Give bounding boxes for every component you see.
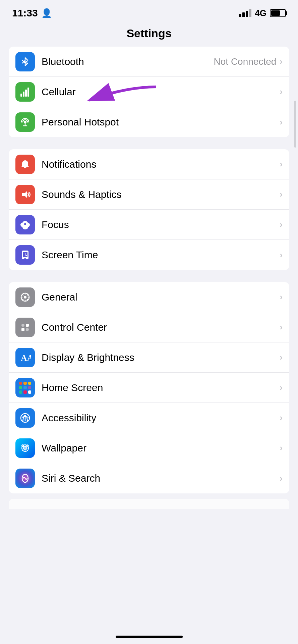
- svg-rect-15: [21, 324, 24, 327]
- svg-rect-0: [20, 94, 22, 97]
- bluetooth-label: Bluetooth: [42, 56, 214, 67]
- settings-row-focus[interactable]: Focus ›: [9, 210, 289, 240]
- home-indicator: [116, 636, 183, 638]
- wallpaper-chevron: ›: [280, 443, 283, 453]
- settings-row-home-screen[interactable]: Home Screen ›: [9, 373, 289, 403]
- general-chevron: ›: [280, 292, 283, 302]
- display-brightness-chevron: ›: [280, 352, 283, 363]
- personal-hotspot-label: Personal Hotspot: [42, 116, 280, 128]
- home-screen-grid: [19, 382, 31, 394]
- accessibility-label: Accessibility: [42, 412, 280, 424]
- wallpaper-label: Wallpaper: [42, 442, 280, 454]
- settings-row-sounds-haptics[interactable]: Sounds & Haptics ›: [9, 179, 289, 210]
- personal-hotspot-chevron: ›: [280, 117, 283, 127]
- home-screen-icon: [15, 378, 35, 397]
- page-header: Settings: [0, 23, 298, 47]
- settings-row-siri-search[interactable]: Siri & Search ›: [9, 463, 289, 493]
- svg-point-26: [22, 450, 23, 451]
- battery-icon: [270, 9, 286, 17]
- status-indicators: 4G: [239, 8, 286, 18]
- svg-text:AA: AA: [21, 353, 31, 363]
- siri-search-label: Siri & Search: [42, 473, 280, 484]
- general-icon: [15, 287, 35, 307]
- person-icon: 👤: [41, 8, 52, 18]
- screen-time-label: Screen Time: [42, 249, 280, 261]
- svg-rect-12: [24, 258, 26, 259]
- settings-row-general[interactable]: General ›: [9, 282, 289, 312]
- siri-icon: [15, 469, 35, 488]
- svg-rect-17: [21, 328, 24, 331]
- settings-row-notifications[interactable]: Notifications ›: [9, 149, 289, 179]
- screen-time-icon: [15, 245, 35, 265]
- settings-group-connectivity: Bluetooth Not Connected › Cellular ›: [9, 47, 289, 137]
- cellular-icon: [15, 82, 35, 102]
- notifications-label: Notifications: [42, 159, 280, 170]
- bluetooth-value: Not Connected: [214, 56, 277, 67]
- cellular-chevron: ›: [280, 87, 283, 97]
- status-time-group: 11:33 👤: [12, 7, 52, 19]
- focus-chevron: ›: [280, 219, 283, 230]
- settings-group-notifications: Notifications › Sounds & Haptics › Focus…: [9, 149, 289, 270]
- signal-bars-icon: [239, 9, 251, 17]
- settings-row-screen-time[interactable]: Screen Time ›: [9, 240, 289, 270]
- svg-rect-18: [26, 328, 29, 331]
- settings-group-display: General › Control Center › AA Display & …: [9, 282, 289, 493]
- scrollbar-track[interactable]: [294, 101, 296, 268]
- focus-icon: [15, 215, 35, 234]
- control-center-chevron: ›: [280, 322, 283, 332]
- svg-point-9: [24, 223, 26, 225]
- svg-marker-8: [22, 191, 27, 198]
- wallpaper-icon: [15, 438, 35, 458]
- focus-label: Focus: [42, 219, 280, 230]
- svg-rect-3: [27, 88, 29, 97]
- settings-row-accessibility[interactable]: Accessibility ›: [9, 403, 289, 433]
- clock: 11:33: [12, 7, 38, 19]
- battery-fill: [271, 10, 280, 16]
- settings-row-personal-hotspot[interactable]: Personal Hotspot ›: [9, 107, 289, 137]
- status-bar: 11:33 👤 4G: [0, 0, 298, 23]
- settings-row-cellular[interactable]: Cellular ›: [9, 77, 289, 107]
- scrollbar-thumb[interactable]: [294, 101, 296, 148]
- display-brightness-icon: AA: [15, 348, 35, 367]
- personal-hotspot-icon: [15, 112, 35, 132]
- settings-row-display-brightness[interactable]: AA Display & Brightness ›: [9, 342, 289, 373]
- notifications-icon: [15, 155, 35, 174]
- svg-rect-1: [23, 92, 24, 97]
- settings-row-bluetooth[interactable]: Bluetooth Not Connected ›: [9, 47, 289, 77]
- accessibility-chevron: ›: [280, 413, 283, 423]
- network-type: 4G: [255, 8, 266, 18]
- general-label: General: [42, 291, 280, 303]
- control-center-label: Control Center: [42, 322, 280, 333]
- bluetooth-chevron: ›: [280, 56, 283, 67]
- svg-rect-2: [25, 90, 27, 97]
- page-title: Settings: [0, 27, 298, 40]
- screen-time-chevron: ›: [280, 250, 283, 260]
- svg-point-27: [27, 450, 28, 451]
- accessibility-icon: [15, 408, 35, 428]
- settings-row-wallpaper[interactable]: Wallpaper ›: [9, 433, 289, 463]
- sounds-haptics-icon: [15, 185, 35, 204]
- svg-point-14: [24, 296, 26, 299]
- bluetooth-icon: [15, 52, 35, 71]
- settings-row-control-center[interactable]: Control Center ›: [9, 312, 289, 342]
- home-screen-label: Home Screen: [42, 382, 280, 393]
- control-center-icon: [15, 318, 35, 337]
- sounds-haptics-label: Sounds & Haptics: [42, 189, 280, 200]
- siri-search-chevron: ›: [280, 473, 283, 484]
- svg-rect-16: [26, 324, 29, 327]
- home-screen-chevron: ›: [280, 382, 283, 393]
- notifications-chevron: ›: [280, 159, 283, 169]
- cellular-label: Cellular: [42, 86, 280, 98]
- display-brightness-label: Display & Brightness: [42, 352, 280, 363]
- sounds-haptics-chevron: ›: [280, 189, 283, 200]
